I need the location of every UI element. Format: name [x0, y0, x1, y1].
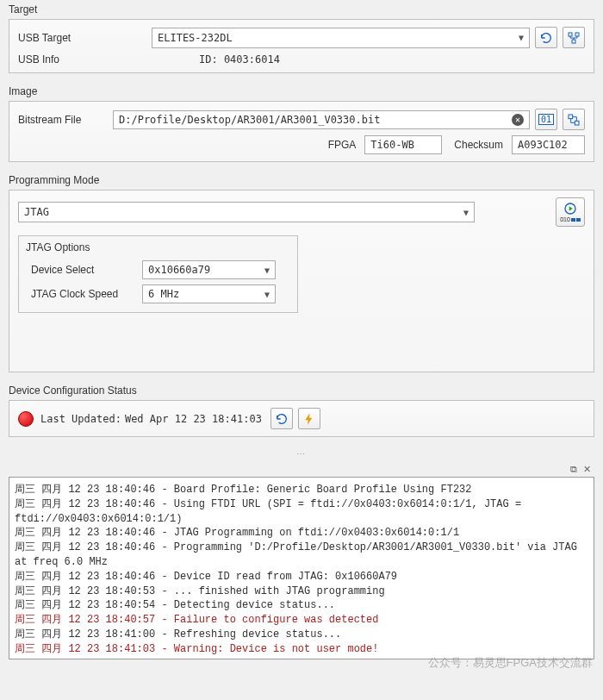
- clock-speed-label: JTAG Clock Speed: [26, 288, 142, 300]
- refresh-icon: [275, 412, 289, 426]
- bolt-icon: [302, 412, 316, 426]
- console-line: 周三 四月 12 23 18:40:46 - Board Profile: Ge…: [15, 483, 588, 497]
- chevron-down-icon: ▼: [264, 266, 270, 275]
- console-line: 周三 四月 12 23 18:41:00 - Refreshing device…: [15, 628, 588, 642]
- bitstream-value: D:/Profile/Desktop/AR3001/AR3001_V0330.b…: [119, 114, 380, 126]
- refresh-button[interactable]: [535, 27, 557, 48]
- console-line: 周三 四月 12 23 18:40:46 - Device ID read fr…: [15, 570, 588, 584]
- usb-target-label: USB Target: [18, 32, 152, 44]
- bits-icon: 01: [538, 114, 554, 125]
- usb-target-dropdown[interactable]: ELITES-232DL ▼: [152, 28, 530, 48]
- chevron-down-icon: ▼: [519, 33, 524, 42]
- device-select-label: Device Select: [26, 264, 142, 276]
- prog-mode-value: JTAG: [24, 206, 49, 218]
- svg-rect-2: [572, 40, 575, 43]
- status-group: Last Updated: Wed Apr 12 23 18:41:03: [9, 400, 594, 437]
- chevron-down-icon: ▼: [264, 290, 270, 299]
- status-indicator-icon: [18, 411, 34, 427]
- prog-mode-section: Programming Mode JTAG ▼ 010 JTAG Options…: [0, 171, 603, 381]
- status-title: Device Configuration Status: [9, 384, 594, 397]
- jtag-options-title: JTAG Options: [26, 241, 290, 253]
- console-line: 周三 四月 12 23 18:41:03 - Warning: Device i…: [15, 642, 588, 657]
- clock-speed-value: 6 MHz: [148, 288, 179, 300]
- jtag-options-group: JTAG Options Device Select 0x10660a79 ▼ …: [18, 235, 298, 313]
- separator-dots: ⋯: [0, 446, 603, 462]
- tree-icon: [567, 31, 581, 45]
- checksum-label: Checksum: [454, 139, 503, 151]
- combine-button[interactable]: [563, 109, 585, 130]
- console-output[interactable]: 周三 四月 12 23 18:40:46 - Board Profile: Ge…: [9, 477, 594, 659]
- device-select-value: 0x10660a79: [148, 264, 210, 276]
- console-section: ⧉ ✕ 周三 四月 12 23 18:40:46 - Board Profile…: [0, 462, 603, 659]
- refresh-icon: [539, 31, 553, 45]
- close-icon[interactable]: ✕: [583, 464, 591, 474]
- prog-mode-group: JTAG ▼ 010 JTAG Options Device Select 0x…: [9, 190, 594, 372]
- undock-icon[interactable]: ⧉: [570, 464, 577, 474]
- refresh-status-button[interactable]: [270, 408, 293, 429]
- show-bits-button[interactable]: 01: [535, 109, 557, 130]
- console-line: 周三 四月 12 23 18:40:46 - Programming 'D:/P…: [15, 541, 588, 570]
- console-line: 周三 四月 12 23 18:40:57 - Failure to config…: [15, 613, 588, 628]
- usb-info-label: USB Info: [18, 53, 152, 66]
- console-line: 周三 四月 12 23 18:40:46 - Using FTDI URL (S…: [15, 497, 588, 527]
- fpga-value: Ti60-WB: [370, 139, 414, 151]
- combine-icon: [567, 113, 581, 127]
- target-group: USB Target ELITES-232DL ▼ USB Info ID: 0…: [9, 19, 594, 73]
- image-title: Image: [9, 85, 594, 97]
- image-section: Image Bitstream File D:/Profile/Desktop/…: [0, 82, 603, 171]
- target-title: Target: [9, 3, 594, 16]
- power-button[interactable]: [298, 408, 320, 429]
- device-select-dropdown[interactable]: 0x10660a79 ▼: [142, 260, 276, 279]
- chevron-down-icon: ▼: [463, 208, 469, 217]
- bitstream-label: Bitstream File: [18, 114, 113, 126]
- prog-mode-title: Programming Mode: [9, 174, 594, 186]
- image-group: Bitstream File D:/Profile/Desktop/AR3001…: [9, 101, 594, 162]
- start-program-button[interactable]: 010: [556, 197, 585, 227]
- last-updated-value: Wed Apr 12 23 18:41:03: [125, 413, 262, 425]
- target-section: Target USB Target ELITES-232DL ▼ USB Inf…: [0, 0, 603, 82]
- checksum-value: A093C102: [518, 139, 568, 151]
- svg-rect-1: [575, 33, 579, 36]
- console-line: 周三 四月 12 23 18:40:54 - Detecting device …: [15, 598, 588, 613]
- progress-icon: 010: [560, 216, 581, 222]
- console-toolbar: ⧉ ✕: [9, 462, 594, 477]
- clock-speed-dropdown[interactable]: 6 MHz ▼: [142, 284, 276, 303]
- fpga-label: FPGA: [328, 139, 357, 151]
- status-section: Device Configuration Status Last Updated…: [0, 381, 603, 446]
- checksum-input[interactable]: A093C102: [512, 135, 585, 154]
- clear-icon[interactable]: ✕: [512, 114, 524, 126]
- console-line: 周三 四月 12 23 18:40:46 - JTAG Programming …: [15, 526, 588, 541]
- console-line: 周三 四月 12 23 18:40:53 - ... finished with…: [15, 584, 588, 599]
- bitstream-input[interactable]: D:/Profile/Desktop/AR3001/AR3001_V0330.b…: [113, 110, 530, 129]
- prog-mode-dropdown[interactable]: JTAG ▼: [18, 202, 475, 222]
- svg-rect-0: [569, 33, 572, 36]
- fpga-input[interactable]: Ti60-WB: [364, 135, 442, 154]
- device-tree-button[interactable]: [563, 27, 585, 48]
- usb-info-value: ID: 0403:6014: [152, 53, 280, 66]
- svg-rect-3: [569, 115, 573, 119]
- usb-target-value: ELITES-232DL: [158, 32, 233, 44]
- play-icon: [563, 202, 577, 216]
- last-updated-label: Last Updated:: [40, 413, 121, 425]
- svg-rect-4: [575, 121, 579, 125]
